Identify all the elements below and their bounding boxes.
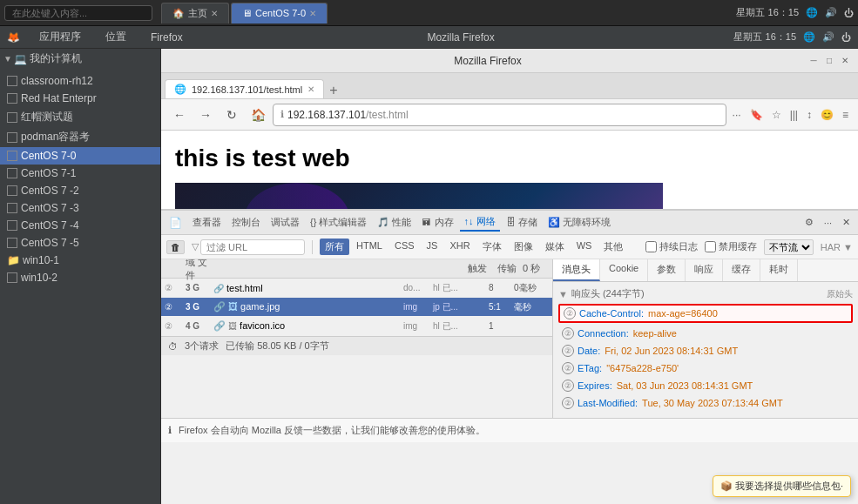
- table-row[interactable]: ② 3 G 🔗 🖼 game.jpg img jp 已... 5:1 毫秒: [161, 298, 552, 317]
- new-tab-button[interactable]: +: [324, 83, 342, 98]
- menu-icon[interactable]: ≡: [840, 107, 851, 123]
- minimize-button[interactable]: ─: [807, 55, 820, 67]
- dt-perf-btn[interactable]: 🎵 性能: [373, 214, 415, 231]
- checkbox-redhat[interactable]: [7, 93, 17, 104]
- sidebar-item-centos70[interactable]: CentOS 7-0: [0, 147, 160, 165]
- dt-inspector-btn[interactable]: 📄: [165, 215, 186, 231]
- checkbox-centos75[interactable]: [7, 238, 17, 248]
- raw-toggle[interactable]: 原始头: [827, 288, 853, 300]
- menu-location[interactable]: 位置: [100, 28, 132, 46]
- home-button[interactable]: 🏠: [247, 104, 269, 126]
- dt-memory-btn[interactable]: 🖬 内存: [417, 214, 457, 231]
- filter-url-input[interactable]: [200, 239, 305, 255]
- volume-status-icon: 🔊: [822, 31, 834, 43]
- filter-tab-image[interactable]: 图像: [509, 239, 538, 255]
- sidebar-item-centos73[interactable]: CentOS 7 -3: [0, 199, 160, 217]
- menu-firefox[interactable]: Firefox: [145, 30, 188, 45]
- dt-style-btn[interactable]: {} 样式编辑器: [306, 214, 371, 231]
- filter-url-container: ▽: [192, 239, 305, 255]
- disable-cache-checkbox[interactable]: [705, 241, 716, 252]
- sidebar-item-centos71[interactable]: CentOS 7-1: [0, 165, 160, 182]
- dt-a11y-btn[interactable]: ♿ 无障碍环境: [544, 214, 615, 231]
- filter-tab-all[interactable]: 所有: [320, 239, 349, 255]
- clear-log-button[interactable]: 🗑: [166, 240, 185, 254]
- checkbox-win102[interactable]: [7, 272, 17, 283]
- checkbox-centos72[interactable]: [7, 185, 17, 196]
- menu-apps[interactable]: 应用程序: [34, 28, 86, 46]
- maximize-button[interactable]: □: [823, 55, 835, 67]
- table-row[interactable]: ② 3 G 🔗 test.html do... hl 已... 8 0毫秒: [161, 279, 552, 298]
- sync-icon[interactable]: ↕: [804, 107, 814, 123]
- checkbox-classroom[interactable]: [7, 76, 17, 86]
- sidebar-item-centos72[interactable]: CentOS 7 -2: [0, 182, 160, 199]
- popup-notification[interactable]: 📦 我要选择提供哪些信息包·: [713, 475, 851, 497]
- firefox-tab-active[interactable]: 🌐 192.168.137.101/test.html ✕: [165, 79, 324, 98]
- sidebar-item-centos75[interactable]: CentOS 7 -5: [0, 234, 160, 252]
- dt-more-btn[interactable]: ···: [820, 216, 836, 230]
- headers-tab-msg[interactable]: 消息头: [553, 259, 600, 281]
- checkbox-redhat-test[interactable]: [7, 112, 17, 123]
- filter-tab-other[interactable]: 其他: [598, 239, 628, 255]
- filter-tab-xhr[interactable]: XHR: [444, 239, 475, 255]
- sidebar-item-classroom[interactable]: classroom-rh12: [0, 72, 160, 90]
- disable-cache-check[interactable]: 禁用缓存: [705, 240, 757, 253]
- header-key-cache: Cache-Control:: [579, 308, 644, 319]
- headers-tab-response[interactable]: 响应: [686, 259, 723, 281]
- filter-tab-js[interactable]: JS: [422, 239, 443, 255]
- star-icon[interactable]: ☆: [769, 107, 784, 123]
- bookmarks-list-icon[interactable]: |||: [787, 107, 801, 123]
- sidebar-item-centos74[interactable]: CentOS 7 -4: [0, 217, 160, 234]
- checkbox-centos73[interactable]: [7, 203, 17, 213]
- headers-tab-cookie[interactable]: Cookie: [600, 259, 648, 281]
- sidebar-item-podman[interactable]: podman容器考: [0, 127, 160, 147]
- taskbar-search-input[interactable]: [4, 5, 152, 21]
- dt-close-btn[interactable]: ✕: [838, 215, 855, 230]
- row1-size: 8: [489, 283, 510, 292]
- tab-centos-close[interactable]: ✕: [309, 9, 316, 18]
- tab-home[interactable]: 🏠 主页 ✕: [161, 3, 229, 24]
- dt-extra-btn[interactable]: ⚙: [801, 215, 818, 230]
- sidebar-item-win102[interactable]: win10-2: [0, 269, 160, 286]
- filter-tab-css[interactable]: CSS: [389, 239, 420, 255]
- filter-tab-ws[interactable]: WS: [571, 239, 598, 255]
- section-collapse-icon[interactable]: ▼: [558, 289, 568, 299]
- sidebar-header[interactable]: ▼ 💻 我的计算机: [0, 49, 160, 69]
- dt-debugger-btn[interactable]: 调试器: [267, 214, 304, 231]
- dt-storage-btn[interactable]: 🗄 存储: [502, 214, 542, 231]
- header-key-date: Date:: [578, 346, 600, 356]
- back-button[interactable]: ←: [168, 104, 191, 126]
- bookmark-icon[interactable]: ···: [730, 107, 744, 123]
- reader-icon[interactable]: 🔖: [747, 107, 766, 123]
- tab-close-icon[interactable]: ✕: [307, 84, 314, 94]
- filter-tab-font[interactable]: 字体: [477, 239, 507, 255]
- headers-tab-params[interactable]: 参数: [648, 259, 686, 281]
- reload-button[interactable]: ↻: [220, 104, 243, 126]
- requests-count: 3个请求: [185, 339, 219, 353]
- dt-network-btn[interactable]: ↑↓ 网络: [460, 213, 500, 232]
- sidebar-item-redhat-test[interactable]: 红帽测试题: [0, 107, 160, 127]
- checkbox-podman[interactable]: [7, 132, 17, 143]
- checkbox-centos71[interactable]: [7, 168, 17, 178]
- sidebar-item-redhat[interactable]: Red Hat Enterpr: [0, 90, 160, 107]
- tab-home-close[interactable]: ✕: [211, 9, 218, 18]
- tab-centos[interactable]: 🖥 CentOS 7-0 ✕: [231, 3, 328, 24]
- throttle-select[interactable]: 不节流: [764, 239, 814, 255]
- url-bar[interactable]: ℹ 192.168.137.101/test.html: [273, 104, 726, 126]
- sidebar-item-win101[interactable]: 📁 win10-1: [0, 252, 160, 269]
- filter-tab-media[interactable]: 媒体: [540, 239, 570, 255]
- headers-tab-timing[interactable]: 耗时: [760, 259, 798, 281]
- persist-log-checkbox[interactable]: [645, 241, 657, 252]
- table-row[interactable]: ② 4 G 🔗 🖼 favicon.ico img hl 已... 1: [161, 317, 552, 336]
- filter-tab-html[interactable]: HTML: [351, 239, 388, 255]
- dt-console-btn[interactable]: 控制台: [227, 214, 265, 231]
- persist-log-check[interactable]: 持续日志: [645, 240, 698, 253]
- dt-viewer-btn[interactable]: 查看器: [188, 214, 226, 231]
- checkbox-centos70[interactable]: [7, 151, 17, 161]
- checkbox-centos74[interactable]: [7, 220, 17, 231]
- volume-icon: 🔊: [825, 7, 837, 18]
- forward-button[interactable]: →: [194, 104, 217, 126]
- headers-tab-cache[interactable]: 缓存: [723, 259, 760, 281]
- devtools-toolbar: 📄 查看器 控制台 调试器 {} 样式编辑器 🎵 性能 🖬 内存 ↑↓ 网络 🗄…: [161, 211, 858, 235]
- close-button[interactable]: ✕: [839, 55, 851, 67]
- smiley-icon[interactable]: 😊: [818, 107, 836, 123]
